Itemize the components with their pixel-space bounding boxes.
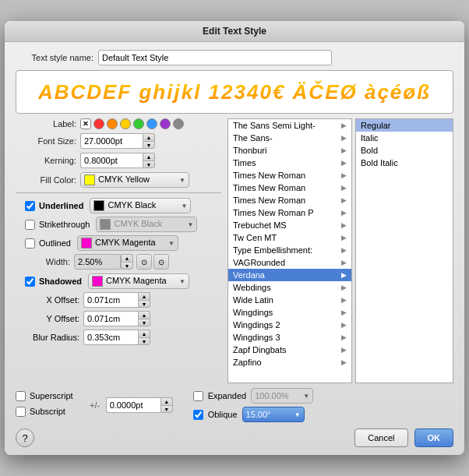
font-list[interactable]: The Sans Semi Light-▶ The Sans-▶ Thonbur…: [227, 118, 352, 383]
style-item-italic[interactable]: Italic: [356, 132, 453, 144]
cancel-button[interactable]: Cancel: [354, 428, 407, 447]
label-dot-blue[interactable]: [146, 118, 157, 129]
superscript-up[interactable]: ▲: [160, 397, 173, 405]
blur-spinner: ▲ ▼: [138, 330, 150, 345]
expanded-checkbox[interactable]: [193, 391, 203, 401]
strikethrough-color-swatch: [100, 219, 111, 230]
font-item-tnr-3[interactable]: Times New Roman▶: [228, 194, 351, 206]
strikethrough-checkbox[interactable]: [25, 220, 35, 230]
underlined-checkbox[interactable]: [25, 201, 35, 211]
label-dot-red[interactable]: [93, 118, 104, 129]
font-item-wingdings2[interactable]: Wingdings 2▶: [228, 319, 351, 331]
font-item-vagrounded[interactable]: VAGRounded▶: [228, 256, 351, 269]
text-style-name-input[interactable]: [98, 50, 332, 65]
outlined-color-dropdown[interactable]: CMYK Magenta ▼: [77, 235, 178, 251]
underlined-label: Underlined: [39, 201, 83, 210]
y-offset-up[interactable]: ▲: [138, 311, 150, 319]
width-down[interactable]: ▼: [121, 262, 133, 270]
width-up[interactable]: ▲: [121, 254, 133, 262]
underlined-row: Underlined CMYK Black ▼: [16, 198, 221, 213]
x-offset-down[interactable]: ▼: [138, 300, 150, 308]
superscript-down[interactable]: ▼: [160, 405, 173, 413]
style-item-regular[interactable]: Regular: [356, 119, 453, 132]
label-dot-purple[interactable]: [160, 118, 171, 129]
oblique-arrow: ▼: [294, 411, 301, 418]
font-item-the-sans-semi[interactable]: The Sans Semi Light-▶: [228, 119, 351, 132]
font-size-down[interactable]: ▼: [143, 141, 155, 149]
font-item-zapfino[interactable]: Zapfino▶: [228, 356, 351, 368]
superscript-checkbox[interactable]: [16, 391, 26, 401]
fill-color-arrow: ▼: [179, 177, 185, 184]
bottom-buttons: ? Cancel OK: [16, 428, 453, 447]
expanded-dropdown[interactable]: 100.00% ▼: [251, 388, 313, 404]
label-dot-green[interactable]: [133, 118, 144, 129]
edit-text-style-dialog: Edit Text Style Text style name: ABCDEF …: [5, 21, 464, 455]
oblique-dropdown[interactable]: 15.00° ▼: [242, 407, 305, 422]
font-item-trebuchet[interactable]: Trebuchet MS▶: [228, 219, 351, 231]
x-offset-up[interactable]: ▲: [138, 292, 150, 300]
outlined-label: Outlined: [39, 238, 71, 248]
font-size-input[interactable]: [80, 133, 143, 149]
label-dot-yellow[interactable]: [120, 118, 131, 129]
font-item-twcen[interactable]: Tw Cen MT▶: [228, 231, 351, 244]
kerning-label: Kerning:: [16, 156, 76, 165]
y-offset-input[interactable]: [83, 311, 138, 326]
font-item-tnr-2[interactable]: Times New Roman▶: [228, 182, 351, 194]
font-item-zapf[interactable]: Zapf Dingbats▶: [228, 344, 351, 356]
font-item-tnr-1[interactable]: Times New Roman▶: [228, 169, 351, 182]
kerning-field: ▲ ▼: [80, 153, 155, 168]
superscript-spinner: ▲ ▼: [160, 397, 173, 413]
strikethrough-color-arrow: ▼: [188, 221, 194, 228]
kerning-up[interactable]: ▲: [143, 153, 155, 160]
strikethrough-label: Strikethrough: [39, 220, 90, 229]
label-dot-gray[interactable]: [173, 118, 184, 129]
font-size-spinner: ▲ ▼: [143, 133, 155, 149]
font-size-up[interactable]: ▲: [143, 133, 155, 141]
kerning-down[interactable]: ▼: [143, 160, 155, 168]
font-item-thonburi[interactable]: Thonburi▶: [228, 144, 351, 157]
fill-color-swatch: [84, 175, 95, 185]
font-item-times[interactable]: Times▶: [228, 157, 351, 169]
kerning-input[interactable]: [80, 153, 143, 168]
font-item-webdings[interactable]: Webdings▶: [228, 281, 351, 294]
y-offset-spinner: ▲ ▼: [138, 311, 150, 326]
style-list[interactable]: Regular Italic Bold Bold Italic: [355, 118, 453, 383]
blur-down[interactable]: ▼: [138, 337, 150, 345]
superscript-value-input[interactable]: [106, 397, 160, 413]
oblique-label: Oblique: [208, 410, 238, 419]
subscript-checkbox[interactable]: [16, 407, 26, 417]
dialog-title: Edit Text Style: [5, 21, 464, 42]
oblique-checkbox[interactable]: [193, 410, 203, 420]
outlined-checkbox[interactable]: [25, 238, 35, 249]
label-dots: ✕: [80, 118, 184, 129]
font-size-label: Font Size:: [16, 136, 76, 146]
x-offset-input[interactable]: [83, 292, 138, 308]
x-offset-field: ▲ ▼: [83, 292, 150, 308]
blur-field: ▲ ▼: [83, 330, 150, 345]
style-item-bold-italic[interactable]: Bold Italic: [356, 157, 453, 169]
font-item-wide-latin[interactable]: Wide Latin▶: [228, 294, 351, 306]
font-item-wingdings3[interactable]: Wingdings 3▶: [228, 331, 351, 344]
font-item-verdana[interactable]: Verdana▶: [228, 269, 351, 281]
font-item-wingdings[interactable]: Wingdings▶: [228, 306, 351, 319]
width-icon-2[interactable]: ⊙: [153, 254, 169, 270]
label-x-btn[interactable]: ✕: [80, 118, 91, 129]
shadowed-checkbox[interactable]: [25, 277, 35, 287]
width-input[interactable]: [74, 254, 121, 270]
style-item-bold[interactable]: Bold: [356, 144, 453, 157]
help-button[interactable]: ?: [16, 428, 34, 447]
font-item-the-sans[interactable]: The Sans-▶: [228, 132, 351, 144]
font-item-type-emb[interactable]: Type Embellishment:▶: [228, 244, 351, 256]
ok-button[interactable]: OK: [414, 428, 454, 447]
shadowed-color-dropdown[interactable]: CMYK Magenta ▼: [88, 273, 189, 289]
underlined-color-dropdown[interactable]: CMYK Black ▼: [90, 198, 191, 213]
shadowed-color-arrow: ▼: [179, 278, 185, 285]
blur-up[interactable]: ▲: [138, 330, 150, 337]
blur-input[interactable]: [83, 330, 138, 345]
y-offset-down[interactable]: ▼: [138, 319, 150, 326]
strikethrough-color-dropdown[interactable]: CMYK Black ▼: [96, 217, 197, 232]
fill-color-dropdown[interactable]: CMYK Yellow ▼: [80, 172, 189, 188]
label-dot-orange[interactable]: [107, 118, 118, 129]
font-item-tnrp[interactable]: Times New Roman P▶: [228, 206, 351, 219]
width-icon-1[interactable]: ⊙: [136, 254, 152, 270]
